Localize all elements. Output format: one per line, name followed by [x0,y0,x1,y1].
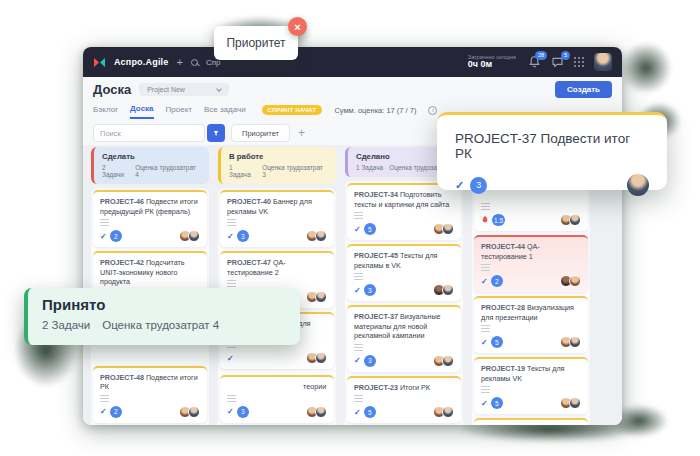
estimate-badge: 3 [364,284,376,296]
checkmark-icon: ✓ [354,408,361,417]
tab-board[interactable]: Доска [130,101,153,119]
avatar [315,352,327,364]
task-card[interactable]: PROJECT-46Подвести итоги предыдущей РК (… [93,190,207,247]
estimate-badge: 5 [364,223,376,235]
filter-funnel-button[interactable] [207,124,225,142]
accepted-estimate: Оценка трудозатрат 4 [102,319,219,331]
estimate-badge: 3 [237,230,249,242]
checkmark-icon: ✓ [354,225,361,234]
task-title: Итоги РК [400,383,430,392]
checkmark-icon: ✓ [455,179,464,192]
messages-badge: 5 [561,51,570,60]
create-button[interactable]: Создать [555,81,612,98]
estimate-badge: 5 [364,406,376,418]
task-id: PROJECT-37 [354,312,398,321]
checkmark-icon: ✓ [481,399,488,408]
avatar [315,406,327,418]
sprint-status-badge: СПРИНТ НАЧАТ [262,105,323,115]
description-icon [354,395,363,402]
task-id: PROJECT-44 [481,242,525,251]
task-id: PROJECT-48 [100,373,144,382]
task-id: PROJECT-19 [481,364,525,373]
tab-project[interactable]: Проект [166,102,192,118]
description-icon [354,344,363,351]
avatar [442,406,454,418]
task-card[interactable]: PROJECT-19Тексты для рекламы VK ✓ 5 [474,357,588,414]
add-filter-button[interactable]: + [296,127,307,139]
accepted-title: Принято [42,296,286,313]
task-title: теории [303,382,326,391]
estimate-badge: 2 [110,406,122,418]
tab-backlog[interactable]: Бэклог [93,102,118,118]
task-card[interactable]: PROJECT-28Визуализация для презентации ✓… [474,296,588,353]
task-id: PROJECT-46 [100,197,144,206]
description-icon [481,325,490,332]
avatar [627,174,649,196]
estimate-badge: 5 [491,336,503,348]
project-select[interactable]: Project New [139,83,229,96]
column-todo: Сделать 2 Задачи Оценка трудозатрат 4 PR… [91,147,209,425]
priority-filter-button[interactable]: Приоритет [231,124,290,142]
task-card[interactable]: PROJECT-40Баннер для рекламы VK ✓ 3 [220,190,334,247]
chevron-down-icon [216,86,222,92]
column-name: В работе [229,152,328,161]
accepted-task-count: 2 Задачи [42,319,90,331]
avatar [569,397,581,409]
task-card[interactable]: PROJECT-16Подвести итоги РК ✓ [474,418,588,425]
tab-all-tasks[interactable]: Все задачи [204,102,246,118]
info-icon[interactable]: i [428,106,437,115]
column-header[interactable]: Сделать 2 Задачи Оценка трудозатрат 4 [91,147,209,184]
close-icon[interactable]: × [288,17,307,36]
description-icon [354,273,363,280]
page: Аспро.Agile + Спр Затрачено сегодня 0ч 0… [0,0,700,456]
checkmark-icon: ✓ [481,277,488,286]
task-card[interactable]: PROJECT-34Подготовить тексты и картинки … [347,183,461,240]
description-icon [100,395,109,402]
task-popup[interactable]: PROJECT-37 Подвести итог РК ✓ 3 [437,112,667,190]
checkmark-icon: ✓ [227,407,234,416]
priority-tooltip: Приоритет × [214,26,298,60]
notifications-badge: 28 [535,51,547,60]
search-icon[interactable] [191,59,198,66]
task-id: PROJECT-47 [227,258,271,267]
add-icon[interactable]: + [177,57,183,68]
estimate-badge: 3 [364,355,376,367]
apps-grid-icon[interactable] [574,57,584,67]
column-header[interactable]: В работе 1 Задача Оценка трудозатрат 3 [218,147,336,184]
description-icon [481,203,490,210]
description-icon [227,219,236,226]
task-card[interactable]: PROJECT-37Визуальные материалы для новой… [347,305,461,372]
column-task-count: 2 Задачи [102,164,129,178]
description-icon [481,386,490,393]
avatar [569,214,581,226]
app-logo-icon [93,56,106,69]
estimate-badge: 2 [110,230,122,242]
search-input[interactable] [93,124,205,142]
fire-icon [481,215,489,225]
avatar [569,275,581,287]
task-card[interactable]: PROJECT-23Итоги РК ✓ 5 [347,376,461,424]
avatar [188,406,200,418]
avatar [315,291,327,303]
checkmark-icon: ✓ [100,232,107,241]
checkmark-icon: ✓ [354,286,361,295]
estimate-badge: 3 [470,177,487,194]
user-avatar[interactable] [594,53,612,71]
column-task-count: 1 Задача [356,164,383,171]
task-card-highlighted[interactable]: PROJECT-44QA-тестирование 1 ✓ 2 [474,235,588,292]
estimate-badge: 2 [491,275,503,287]
task-card[interactable]: PROJECT-45Тексты для рекламы в VK ✓ 3 [347,244,461,301]
checkmark-icon: ✓ [481,338,488,347]
task-popup-title: PROJECT-37 Подвести итог РК [455,131,649,161]
column-in-progress: В работе 1 Задача Оценка трудозатрат 3 P… [218,147,336,425]
notifications-bell-icon[interactable]: 28 [528,55,541,69]
messages-icon[interactable]: 5 [551,55,564,69]
task-card[interactable]: PROJECT-48Подвести итоги РК ✓ 2 [93,366,207,423]
checkmark-icon: ✓ [227,354,234,363]
estimate-badge: 3 [237,406,249,418]
accepted-column-overlay[interactable]: Принято 2 Задачи Оценка трудозатрат 4 [24,288,300,345]
description-icon [227,395,236,402]
priority-tooltip-label: Приоритет [226,36,285,50]
task-card[interactable]: теории ✓ 3 [220,375,334,423]
avatar [442,223,454,235]
